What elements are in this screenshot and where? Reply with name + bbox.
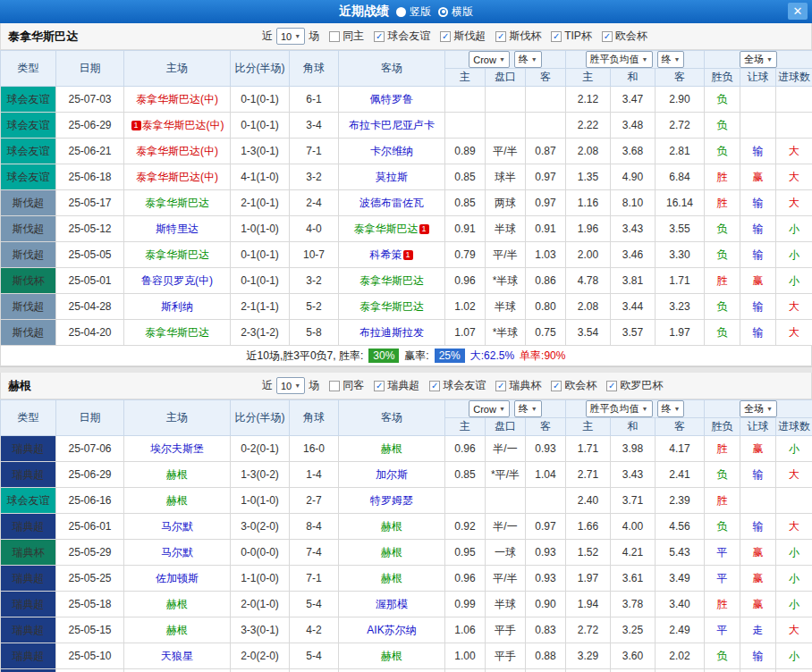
team-filter-bar: 泰拿华斯巴达近10▼场同主✓球会友谊✓斯伐超✓斯伐杯✓TIP杯✓欧会杯 (0, 23, 812, 50)
handicap-result-cell (740, 87, 776, 113)
score-cell[interactable]: 3-3(0-1) (231, 617, 290, 643)
sub-column-header: 胜负 (705, 418, 740, 436)
bookmaker-select[interactable]: Crow▼ (469, 400, 510, 417)
final-odds-select[interactable]: 终▼ (514, 51, 542, 68)
match-count-select[interactable]: 10▼ (276, 377, 305, 394)
score-cell[interactable]: 0-0(0-0) (231, 540, 290, 566)
team-link[interactable]: 佐加顿斯 (156, 572, 199, 584)
team-link[interactable]: 佩特罗鲁 (370, 93, 413, 105)
corner-cell: 1-4 (290, 462, 339, 488)
score-cell[interactable]: 2-0(2-0) (231, 643, 290, 669)
team-link[interactable]: 赫根 (381, 520, 402, 533)
team-link[interactable]: 卡尔维纳 (370, 145, 413, 157)
team-link[interactable]: 埃尔夫斯堡 (150, 442, 204, 455)
score-cell[interactable]: 1-1(0-0) (231, 566, 290, 592)
league-filter-checkbox[interactable]: ✓欧罗巴杯 (606, 378, 663, 393)
team-link[interactable]: 科希策 (370, 248, 402, 261)
score-cell[interactable]: 0-1(0-1) (231, 87, 290, 113)
league-filter-checkbox[interactable]: ✓TIP杯 (551, 29, 592, 44)
team-link[interactable]: 泰拿华斯巴达 (359, 300, 424, 313)
team-link[interactable]: 马尔默 (161, 520, 193, 533)
score-cell[interactable]: 4-1(1-0) (231, 164, 290, 190)
league-filter-checkbox[interactable]: ✓瑞典超 (374, 378, 419, 393)
team-cell: 莫拉斯 (339, 164, 445, 190)
same-venue-checkbox[interactable]: 同主 (329, 29, 364, 44)
league-filter-checkbox[interactable]: ✓斯伐杯 (495, 29, 541, 44)
scope-select[interactable]: 全场▼ (740, 51, 777, 68)
league-filter-checkbox[interactable]: ✓欧会杯 (551, 378, 596, 393)
horizontal-layout-radio[interactable]: 横版 (438, 4, 473, 20)
score-cell[interactable]: 3-0(2-0) (231, 514, 290, 540)
close-button[interactable]: ✕ (788, 3, 808, 20)
team-link[interactable]: 斯特里达 (156, 223, 199, 235)
team-link[interactable]: 特罗姆瑟 (370, 494, 413, 507)
team-link[interactable]: 泰拿华斯巴达 (354, 223, 419, 235)
handicap-result-cell: 赢 (740, 268, 776, 294)
score-cell[interactable]: 0-1(0-1) (231, 268, 290, 294)
score-cell[interactable]: 2-1(0-1) (231, 190, 290, 216)
score-cell[interactable]: 2-3(1-2) (231, 320, 290, 346)
team-link[interactable]: 鲁容贝罗克(中) (141, 274, 213, 287)
team-link[interactable]: 赫根 (381, 442, 402, 455)
score-cell[interactable]: 0-2(0-1) (231, 436, 290, 462)
league-filter-checkbox[interactable]: ✓欧会杯 (602, 29, 647, 44)
team-link[interactable]: 渥那模 (376, 598, 408, 610)
score-cell[interactable]: 0-1(0-1) (231, 113, 290, 139)
handicap-cell: 两球 (486, 190, 526, 216)
corner-cell: 11-2 (290, 669, 339, 672)
scope-select[interactable]: 全场▼ (740, 400, 777, 417)
team-link[interactable]: 泰拿华斯巴达 (145, 248, 209, 261)
team-link[interactable]: 泰拿华斯巴达(中) (136, 93, 218, 105)
handicap-result-cell (740, 113, 776, 139)
team-link[interactable]: 斯利纳 (161, 300, 193, 313)
team-link[interactable]: 泰拿华斯巴达 (145, 197, 209, 209)
score-cell[interactable]: 2-0(1-0) (231, 592, 290, 617)
score-cell[interactable]: 0-2(0-1) (231, 669, 290, 672)
score-cell[interactable]: 1-3(0-1) (231, 139, 290, 164)
final-odds-select[interactable]: 终▼ (657, 400, 685, 417)
team-link[interactable]: 天狼星 (161, 650, 193, 662)
team-link[interactable]: 赫根 (166, 624, 188, 636)
final-odds-select[interactable]: 终▼ (657, 51, 685, 68)
team-link[interactable]: 泰拿华斯巴达(中) (142, 119, 224, 131)
league-filter-checkbox[interactable]: ✓瑞典杯 (495, 378, 541, 393)
league-filter-checkbox-label: 斯伐超 (453, 29, 486, 44)
bookmaker-select[interactable]: Crow▼ (469, 51, 510, 68)
team-link[interactable]: 赫根 (381, 572, 402, 584)
team-link[interactable]: 布拉迪斯拉发 (359, 326, 424, 339)
avg-odds-select[interactable]: 胜平负均值▼ (586, 400, 653, 417)
league-filter-checkbox[interactable]: ✓斯伐超 (440, 29, 486, 44)
stats-footer: 近10场,胜3平0负7, 胜率:30%赢率:25%大:62.5%单率:90% (0, 346, 812, 366)
league-filter-checkbox[interactable]: ✓球会友谊 (429, 378, 486, 393)
league-type-cell: 斯伐超 (1, 294, 56, 320)
odds-cell: 0.89 (445, 139, 486, 164)
result-cell: 胜 (705, 669, 740, 672)
team-link[interactable]: 加尔斯 (376, 468, 408, 481)
big-goals-stat: 大:62.5% (470, 349, 514, 364)
score-cell[interactable]: 1-0(1-0) (231, 488, 290, 514)
team-link[interactable]: 泰拿华斯巴达(中) (136, 145, 218, 157)
team-link[interactable]: 赫根 (166, 494, 188, 507)
team-link[interactable]: 赫根 (166, 598, 188, 610)
team-link[interactable]: AIK苏尔纳 (367, 624, 416, 636)
team-link[interactable]: 泰拿华斯巴达 (359, 274, 424, 287)
score-cell[interactable]: 2-1(1-1) (231, 294, 290, 320)
same-venue-checkbox[interactable]: 同客 (329, 378, 364, 393)
score-cell[interactable]: 1-3(0-2) (231, 462, 290, 488)
vertical-layout-radio[interactable]: 竖版 (396, 4, 431, 20)
team-link[interactable]: 莫拉斯 (376, 171, 408, 183)
score-cell[interactable]: 1-0(1-0) (231, 216, 290, 242)
team-link[interactable]: 泰拿华斯巴达 (145, 326, 209, 339)
team-link[interactable]: 马尔默 (161, 546, 193, 559)
team-link[interactable]: 布拉卡巴尼亚卢卡 (349, 119, 435, 131)
final-odds-select[interactable]: 终▼ (514, 400, 542, 417)
score-cell[interactable]: 0-1(0-1) (231, 242, 290, 268)
team-link[interactable]: 赫根 (166, 468, 188, 481)
team-link[interactable]: 波德布雷佐瓦 (359, 197, 424, 209)
team-link[interactable]: 赫根 (381, 546, 402, 559)
avg-odds-select[interactable]: 胜平负均值▼ (586, 51, 653, 68)
team-link[interactable]: 赫根 (381, 650, 402, 662)
match-count-select[interactable]: 10▼ (276, 28, 305, 45)
team-link[interactable]: 泰拿华斯巴达(中) (136, 171, 218, 183)
league-filter-checkbox[interactable]: ✓球会友谊 (374, 29, 430, 44)
